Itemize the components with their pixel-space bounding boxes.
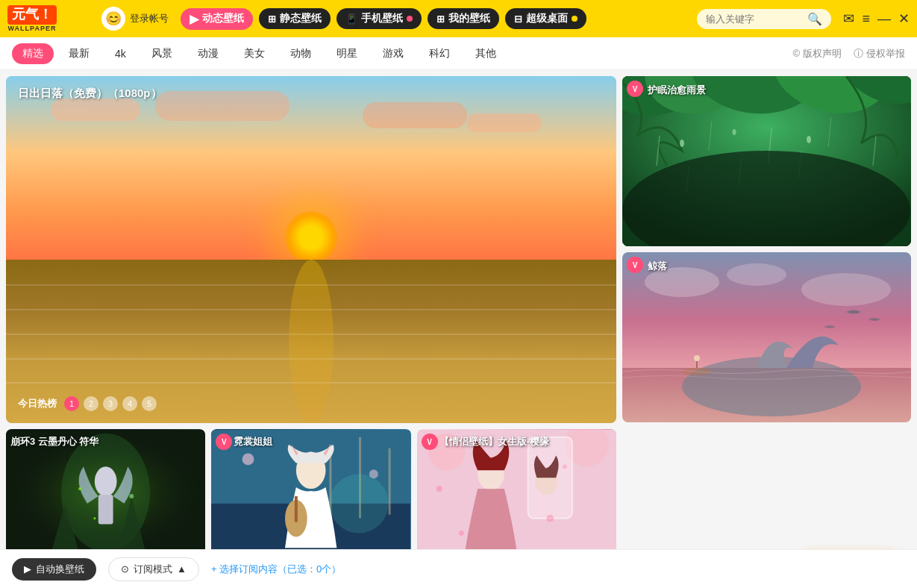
bottom-card-game-label: 崩环3 云墨丹心 符华 [10,435,98,448]
svg-point-51 [727,263,786,286]
svg-point-56 [694,355,700,361]
page-dot-3[interactable]: 3 [103,396,118,411]
svg-point-50 [801,273,891,306]
bottom-card-anime2-label: 【情侣壁纸】女生版-樱缘 [439,435,549,448]
cat-item-featured[interactable]: 精选 [12,43,54,64]
right-mid-card[interactable]: V 鲸落 [622,252,911,422]
cat-item-animal[interactable]: 动物 [280,43,322,64]
hero-banner[interactable]: 日出日落（免费）（1080p） 今日热榜 1 2 3 4 5 [6,76,616,423]
page-dot-4[interactable]: 4 [122,396,137,411]
cloud-1 [51,98,140,121]
logo-icon: 元气！ [7,5,57,25]
svg-point-46 [807,136,811,143]
cat-item-beauty[interactable]: 美女 [234,43,275,64]
right-top-label: 护眠治愈雨景 [648,84,706,97]
search-icon[interactable]: 🔍 [807,12,822,26]
bottom-card-anime1-label: 霓裳姐姐 [234,435,272,448]
bottom-card-anime2-vip: V [422,434,438,450]
sun-reflection [289,260,334,423]
right-mid-label: 鲸落 [648,260,667,273]
svg-point-18 [330,474,389,533]
nav-static-button[interactable]: ⊞ 静态壁纸 [259,8,331,29]
svg-rect-17 [295,496,298,522]
cat-item-anime[interactable]: 动漫 [187,43,229,64]
sky-gradient [6,76,616,267]
rain-scene [622,76,911,246]
svg-point-13 [242,454,254,466]
cat-item-game[interactable]: 游戏 [372,43,414,64]
toolbar: ▶ 自动换壁纸 ⊙ 订阅模式 ▲ + 选择订阅内容（已选：0个） [0,549,917,562]
svg-rect-12 [389,448,391,515]
menu-icon[interactable]: ≡ [862,11,870,27]
cloud-3 [467,113,542,132]
right-top-card[interactable]: V 护眠治愈雨景 [622,76,911,246]
cat-item-other[interactable]: 其他 [465,43,507,64]
report-link[interactable]: ⓘ 侵权举报 [854,47,905,60]
hot-label: 今日热榜 [18,397,57,410]
nav-mobile-button[interactable]: 📱 手机壁纸 [337,8,422,29]
right-mid-vip: V [627,257,643,273]
header: 元气！ WALLPAPER 😊 登录帐号 ▶ 动态壁纸 ⊞ 静态壁纸 📱 手机壁… [0,0,917,37]
right-top-vip: V [627,81,643,97]
auto-change-button[interactable]: ▶ 自动换壁纸 [12,558,96,563]
dynamic-icon: ▶ [190,12,198,26]
login-button[interactable]: 😊 登录帐号 [96,7,175,31]
mobile-icon: 📱 [345,13,357,25]
main-right: V 护眠治愈雨景 [622,76,911,556]
header-actions: ✉ ≡ — ✕ [843,10,910,27]
logo-area: 元气！ WALLPAPER [7,5,90,32]
search-box: 🔍 [697,9,831,29]
page-dot-5[interactable]: 5 [142,396,157,411]
svg-point-6 [129,494,134,498]
nav-my-button[interactable]: ⊞ 我的壁纸 [428,8,499,29]
svg-point-45 [733,129,736,135]
close-icon[interactable]: ✕ [898,10,910,27]
sun [285,211,337,263]
category-nav: 精选 最新 4k 风景 动漫 美女 动物 明星 游戏 科幻 其他 © 版权声明 … [0,37,917,70]
mail-icon[interactable]: ✉ [843,10,854,27]
cloud-2 [155,91,290,121]
bottom-card-anime2[interactable]: V 【情侣壁纸】女生版-樱缘 [417,429,616,556]
minimize-icon[interactable]: — [877,11,891,27]
cat-item-scifi[interactable]: 科幻 [419,43,460,64]
svg-point-25 [563,464,567,469]
avatar: 😊 [101,7,125,31]
bottom-card-game[interactable]: 崩环3 云墨丹心 符华 [6,429,205,556]
bottom-row: 崩环3 云墨丹心 符华 [6,429,616,556]
nav-dynamic-button[interactable]: ▶ 动态壁纸 [181,8,253,30]
svg-rect-4 [98,495,113,525]
cat-item-scenery[interactable]: 风景 [141,43,183,64]
page-dot-1[interactable]: 1 [64,396,79,411]
copyright-icon: © [792,48,800,59]
desktop-icon: ⊟ [514,13,522,25]
page-dot-2[interactable]: 2 [84,396,98,411]
login-text: 登录帐号 [130,12,169,25]
svg-point-3 [95,466,117,496]
bottom-card-anime1[interactable]: V 霓裳姐姐 [211,429,410,556]
report-icon: ⓘ [854,47,863,60]
nav-desktop-button[interactable]: ⊟ 超级桌面 [505,8,586,29]
svg-point-7 [93,517,96,519]
hero-pagination: 今日热榜 1 2 3 4 5 [18,396,157,411]
subscribe-button[interactable]: ⊙ 订阅模式 ▲ [108,557,199,563]
svg-point-24 [436,486,442,492]
my-icon: ⊞ [436,13,445,25]
search-input[interactable] [706,13,803,25]
cat-item-star[interactable]: 明星 [326,43,368,64]
whale-scene [622,252,911,422]
hero-title: 日出日落（免费）（1080p） [18,87,162,101]
svg-point-44 [680,140,684,147]
cat-right: © 版权声明 ⓘ 侵权举报 [792,47,905,60]
mobile-badge [407,16,413,22]
main-left: 日出日落（免费）（1080p） 今日热榜 1 2 3 4 5 [6,76,616,556]
static-icon: ⊞ [268,13,276,25]
main-content: 日出日落（免费）（1080p） 今日热榜 1 2 3 4 5 [0,70,917,562]
copyright-link[interactable]: © 版权声明 [792,47,842,60]
desktop-badge [572,16,578,22]
cat-item-4k[interactable]: 4k [104,44,137,63]
cat-item-new[interactable]: 最新 [58,43,100,64]
svg-point-27 [459,531,464,536]
logo-sub: WALLPAPER [8,25,57,32]
svg-point-26 [546,515,554,522]
cloud-4 [363,102,467,128]
